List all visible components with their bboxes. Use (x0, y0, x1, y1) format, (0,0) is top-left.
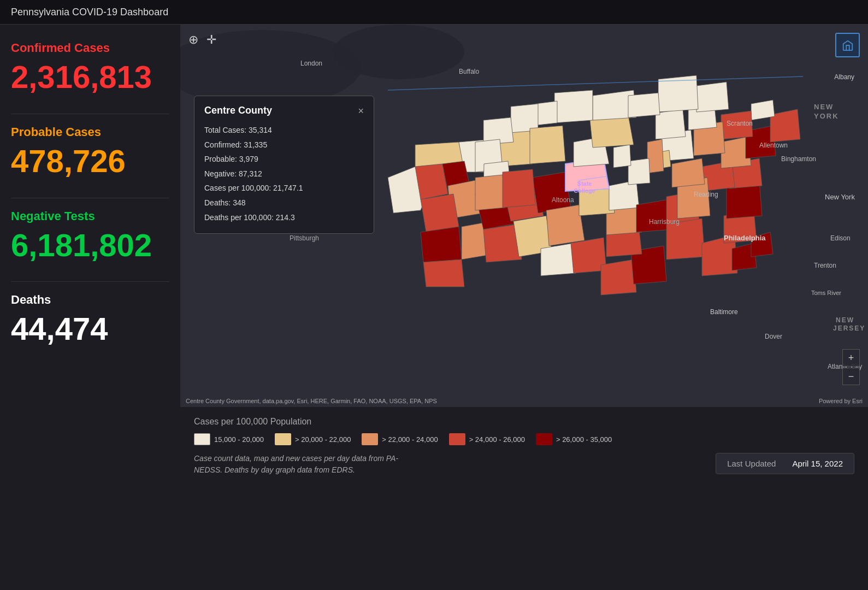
svg-text:Dover: Dover (765, 333, 782, 340)
legend-items: 15,000 - 20,000 > 20,000 - 22,000 > 22,0… (194, 433, 854, 445)
svg-text:London: London (300, 60, 322, 67)
divider-1 (11, 114, 169, 114)
left-panel: Confirmed Cases 2,316,813 Probable Cases… (0, 25, 180, 590)
svg-marker-63 (628, 158, 650, 185)
svg-text:Baltimore: Baltimore (710, 308, 738, 316)
svg-text:JERSEY: JERSEY (833, 324, 865, 332)
last-updated-box: Last Updated April 15, 2022 (716, 453, 854, 474)
svg-marker-32 (554, 90, 593, 123)
probable-cases-label: Probable Cases (11, 125, 101, 139)
svg-marker-9 (421, 194, 459, 232)
legend-swatch-2 (275, 433, 291, 445)
svg-marker-67 (696, 82, 729, 112)
svg-text:Buffalo: Buffalo (459, 68, 479, 75)
deaths-label: Deaths (11, 293, 51, 307)
deaths-value: 44,474 (11, 311, 108, 346)
legend-item-1: 15,000 - 20,000 (194, 433, 264, 445)
svg-marker-56 (770, 109, 800, 142)
footer-note: Case count data, map and new cases per d… (194, 453, 423, 476)
legend-label-1: 15,000 - 20,000 (214, 435, 264, 444)
bottom-footer: Case count data, map and new cases per d… (194, 453, 854, 476)
popup-close-button[interactable]: × (358, 106, 364, 116)
popup-title: Centre County (204, 105, 272, 116)
popup-negative: Negative: 87,312 (204, 167, 364, 181)
probable-cases-value: 478,726 (11, 144, 126, 179)
legend-swatch-3 (362, 433, 378, 445)
map-controls-right: Albany (835, 33, 860, 57)
svg-marker-62 (647, 139, 664, 173)
svg-text:Binghamton: Binghamton (781, 155, 816, 163)
svg-text:Philadelphia: Philadelphia (724, 234, 766, 242)
svg-text:Allentown: Allentown (759, 141, 788, 149)
legend-item-2: > 20,000 - 22,000 (275, 433, 351, 445)
page-title: Pennsylvania COVID-19 Dashboard (11, 7, 168, 18)
svg-marker-21 (601, 259, 636, 295)
svg-marker-40 (475, 175, 505, 210)
svg-point-2 (333, 25, 464, 79)
map-controls: ⊕ ✛ (188, 33, 216, 47)
last-updated-label: Last Updated (727, 459, 776, 468)
svg-marker-11 (423, 259, 464, 287)
popup-confirmed: Confirmed: 31,335 (204, 138, 364, 152)
popup-header: Centre County × (204, 105, 364, 116)
divider-3 (11, 281, 169, 282)
albany-label: Albany (834, 73, 854, 81)
svg-marker-64 (613, 145, 631, 168)
negative-tests-block: Negative Tests 6,181,802 (11, 209, 169, 263)
zoom-in-button[interactable]: + (842, 349, 860, 367)
confirmed-cases-block: Confirmed Cases 2,316,813 (11, 41, 169, 95)
svg-text:New York: New York (825, 193, 855, 201)
svg-text:College: College (574, 187, 595, 194)
svg-text:Reading: Reading (694, 191, 718, 198)
legend-label-3: > 22,000 - 24,000 (382, 435, 438, 444)
title-bar: Pennsylvania COVID-19 Dashboard (0, 0, 868, 25)
svg-marker-41 (503, 169, 535, 208)
county-popup: Centre County × Total Cases: 35,314 Conf… (194, 96, 374, 234)
last-updated-date: April 15, 2022 (792, 459, 843, 468)
popup-cases-per-100k: Cases per 100,000: 21,747.1 (204, 181, 364, 196)
probable-cases-block: Probable Cases 478,726 (11, 125, 169, 179)
svg-marker-36 (530, 126, 565, 164)
legend-title: Cases per 100,000 Population (194, 417, 854, 427)
zoom-out-button[interactable]: − (842, 368, 860, 385)
confirmed-cases-value: 2,316,813 (11, 60, 152, 95)
svg-text:NEW: NEW (814, 103, 834, 111)
svg-text:YORK: YORK (814, 112, 839, 120)
svg-marker-57 (751, 100, 775, 120)
legend-item-4: > 24,000 - 26,000 (449, 433, 525, 445)
pan-icon[interactable]: ✛ (206, 33, 216, 47)
legend-label-4: > 24,000 - 26,000 (469, 435, 525, 444)
svg-text:NEW: NEW (836, 316, 854, 324)
legend-item-3: > 22,000 - 24,000 (362, 433, 438, 445)
popup-deaths-per-100k: Deaths per 100,000: 214.3 (204, 210, 364, 225)
svg-text:Harrisburg: Harrisburg (649, 218, 680, 226)
svg-marker-69 (628, 93, 660, 117)
svg-text:Toms River: Toms River (811, 290, 841, 296)
svg-text:Pittsburgh: Pittsburgh (290, 234, 319, 242)
zoom-controls: + − (842, 349, 860, 385)
svg-text:Trenton: Trenton (814, 262, 836, 269)
confirmed-cases-label: Confirmed Cases (11, 41, 110, 55)
svg-marker-19 (541, 243, 576, 276)
legend-swatch-5 (536, 433, 552, 445)
svg-marker-18 (546, 205, 584, 246)
negative-tests-value: 6,181,802 (11, 228, 152, 263)
popup-probable: Probable: 3,979 (204, 152, 364, 167)
popup-deaths: Deaths: 348 (204, 196, 364, 210)
svg-text:State: State (577, 180, 592, 187)
svg-text:Altoona: Altoona (552, 196, 574, 204)
svg-marker-6 (415, 164, 448, 199)
svg-marker-26 (609, 180, 639, 210)
zoom-icon[interactable]: ⊕ (188, 33, 198, 47)
legend-label-5: > 26,000 - 35,000 (556, 435, 612, 444)
legend-swatch-4 (449, 433, 465, 445)
deaths-block: Deaths 44,474 (11, 293, 169, 346)
popup-total-cases: Total Cases: 35,314 (204, 123, 364, 138)
bottom-area: Cases per 100,000 Population 15,000 - 20… (180, 407, 868, 590)
map-attribution: Centre County Government, data.pa.gov, E… (186, 398, 437, 404)
svg-text:Scranton: Scranton (727, 120, 753, 127)
map-area[interactable]: State College Pittsburgh Altoona Harrisb… (180, 25, 868, 407)
home-button[interactable] (835, 33, 860, 57)
popup-data: Total Cases: 35,314 Confirmed: 31,335 Pr… (204, 123, 364, 225)
negative-tests-label: Negative Tests (11, 209, 95, 223)
